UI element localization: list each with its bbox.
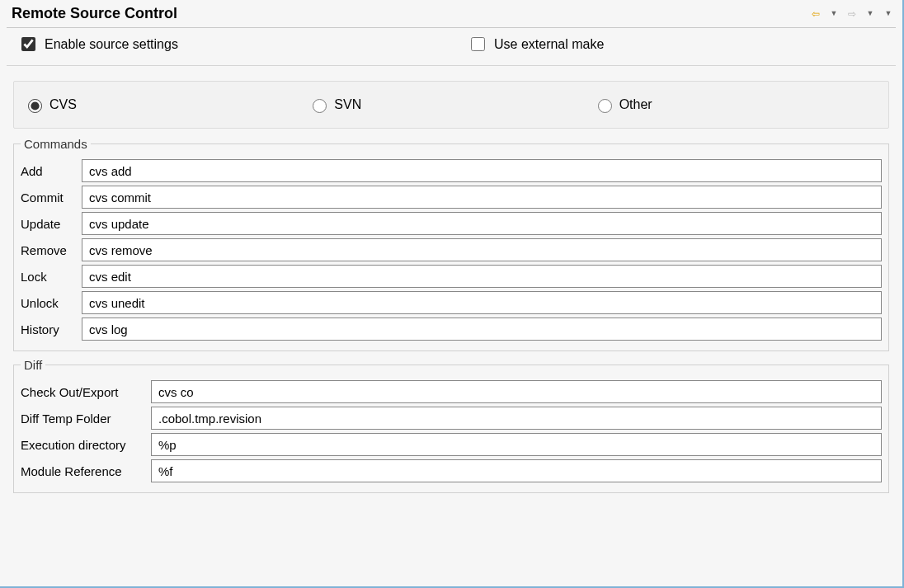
- row-update: Update: [21, 212, 882, 235]
- input-tmpdir[interactable]: [151, 407, 882, 430]
- vcs-cvs-radio[interactable]: CVS: [24, 96, 77, 113]
- use-external-make-label: Use external make: [494, 37, 604, 52]
- label-history: History: [21, 322, 82, 336]
- vcs-cvs-label: CVS: [49, 97, 77, 112]
- vcs-other-radio[interactable]: Other: [594, 96, 652, 113]
- nav-back-menu-icon[interactable]: ▼: [826, 7, 841, 21]
- row-remove: Remove: [21, 238, 882, 261]
- commands-legend: Commands: [21, 137, 91, 151]
- row-modref: Module Reference: [21, 459, 882, 482]
- vcs-svn-input[interactable]: [313, 99, 327, 113]
- vcs-other-label: Other: [619, 97, 652, 112]
- label-remove: Remove: [21, 243, 82, 257]
- label-checkout: Check Out/Export: [21, 385, 151, 399]
- input-lock[interactable]: [82, 265, 882, 288]
- input-execdir[interactable]: [151, 433, 882, 456]
- row-lock: Lock: [21, 265, 882, 288]
- view-menu-icon[interactable]: ▼: [881, 7, 896, 21]
- input-modref[interactable]: [151, 459, 882, 482]
- label-modref: Module Reference: [21, 464, 151, 478]
- nav-back-icon[interactable]: ⇦: [808, 7, 823, 21]
- label-lock: Lock: [21, 270, 82, 284]
- input-history[interactable]: [82, 318, 882, 341]
- preferences-page: Remote Source Control ⇦ ▼ ⇨ ▼ ▼ Enable s…: [0, 0, 902, 586]
- use-external-make-input[interactable]: [471, 37, 485, 51]
- vcs-other-input[interactable]: [598, 99, 612, 113]
- vcs-svn-radio[interactable]: SVN: [308, 96, 361, 113]
- row-execdir: Execution directory: [21, 433, 882, 456]
- enable-source-settings-label: Enable source settings: [45, 37, 178, 52]
- label-update: Update: [21, 217, 82, 231]
- label-execdir: Execution directory: [21, 438, 151, 452]
- row-add: Add: [21, 159, 882, 182]
- input-update[interactable]: [82, 212, 882, 235]
- header: Remote Source Control ⇦ ▼ ⇨ ▼ ▼: [0, 0, 902, 27]
- input-remove[interactable]: [82, 238, 882, 261]
- input-checkout[interactable]: [151, 380, 882, 403]
- label-add: Add: [21, 164, 82, 178]
- label-commit: Commit: [21, 191, 82, 205]
- vcs-type-panel: CVS SVN Other: [13, 81, 889, 129]
- enable-source-settings-checkbox[interactable]: Enable source settings: [18, 35, 178, 54]
- row-checkout: Check Out/Export: [21, 380, 882, 403]
- diff-group: Diff Check Out/Export Diff Temp Folder E…: [13, 358, 889, 493]
- label-tmpdir: Diff Temp Folder: [21, 412, 151, 426]
- use-external-make-checkbox[interactable]: Use external make: [468, 35, 604, 54]
- input-commit[interactable]: [82, 186, 882, 209]
- diff-legend: Diff: [21, 358, 45, 372]
- top-options: Enable source settings Use external make: [7, 28, 896, 66]
- row-history: History: [21, 318, 882, 341]
- nav-forward-menu-icon[interactable]: ▼: [863, 7, 878, 21]
- input-add[interactable]: [82, 159, 882, 182]
- toolbar: ⇦ ▼ ⇨ ▼ ▼: [808, 7, 896, 21]
- nav-forward-icon[interactable]: ⇨: [845, 7, 859, 21]
- row-tmpdir: Diff Temp Folder: [21, 407, 882, 430]
- enable-source-settings-input[interactable]: [21, 37, 35, 51]
- page-title: Remote Source Control: [12, 5, 177, 22]
- vcs-cvs-input[interactable]: [28, 99, 42, 113]
- label-unlock: Unlock: [21, 296, 82, 310]
- row-unlock: Unlock: [21, 291, 882, 314]
- row-commit: Commit: [21, 186, 882, 209]
- vcs-svn-label: SVN: [334, 97, 361, 112]
- commands-group: Commands Add Commit Update Remove Lock U…: [13, 137, 889, 351]
- input-unlock[interactable]: [82, 291, 882, 314]
